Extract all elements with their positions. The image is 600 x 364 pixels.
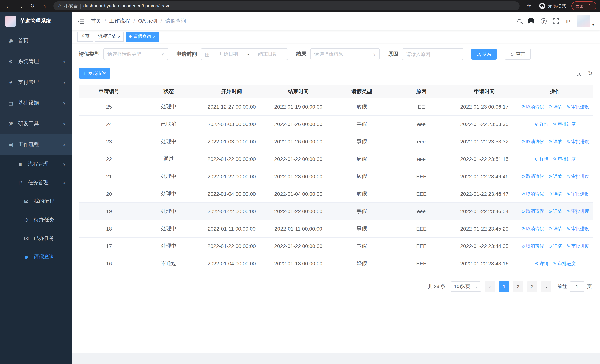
- sidebar-item-infrastructure[interactable]: ▤ 基础设施 ∨: [0, 93, 72, 113]
- cell-reason: eee: [392, 115, 451, 133]
- detail-action-link[interactable]: ⊙详情: [548, 191, 562, 197]
- browser-forward-icon[interactable]: →: [16, 1, 25, 11]
- url-divider: [80, 3, 81, 8]
- detail-action-link[interactable]: ⊙详情: [548, 104, 562, 110]
- hamburger-icon[interactable]: [77, 18, 85, 25]
- close-icon[interactable]: ×: [153, 34, 156, 39]
- cancel-action-link[interactable]: ⊘取消请假: [521, 139, 544, 145]
- address-bar[interactable]: ⚠ 不安全 dashboard.yudao.iocoder.cn/bpm/oa/…: [53, 1, 520, 10]
- cancel-action-link[interactable]: ⊘取消请假: [521, 208, 544, 215]
- table-header: 申请编号 状态 开始时间 结束时间 请假类型 原因 申请时间 操作: [79, 85, 593, 98]
- cell-status: 处理中: [139, 98, 198, 115]
- tab-home[interactable]: 首页: [77, 32, 93, 41]
- search-icon[interactable]: [517, 19, 522, 23]
- sidebar-item-task-management[interactable]: ⚐ 任务管理 ∧: [0, 173, 72, 192]
- progress-action-link[interactable]: ✎审批进度: [566, 225, 589, 232]
- sidebar-item-todo-tasks[interactable]: ⊙ 待办任务: [0, 211, 72, 229]
- sidebar-item-workflow[interactable]: ▣ 工作流程 ∧: [0, 134, 72, 155]
- breadcrumb-item-home[interactable]: 首页: [91, 18, 101, 24]
- sidebar-item-my-processes[interactable]: ✉ 我的流程: [0, 192, 72, 211]
- app-logo[interactable]: 芋道管理系统: [0, 12, 72, 30]
- cancel-action-link[interactable]: ⊘取消请假: [521, 173, 544, 180]
- cancel-action-link[interactable]: ⊘取消请假: [521, 104, 544, 110]
- help-icon[interactable]: ?: [541, 18, 547, 24]
- progress-action-link[interactable]: ✎审批进度: [566, 104, 589, 110]
- sidebar-item-dev-tools[interactable]: ⚒ 研发工具 ∨: [0, 113, 72, 134]
- detail-action-link[interactable]: ⊙详情: [548, 225, 562, 232]
- cancel-action-link[interactable]: ⊘取消请假: [521, 225, 544, 232]
- github-icon[interactable]: [528, 18, 534, 24]
- progress-action-link[interactable]: ✎审批进度: [553, 121, 576, 127]
- create-leave-button[interactable]: + 发起请假: [79, 68, 110, 79]
- browser-back-icon[interactable]: ←: [4, 1, 13, 11]
- progress-action-link[interactable]: ✎审批进度: [566, 243, 589, 249]
- bookmark-star-icon[interactable]: ☆: [524, 1, 534, 11]
- table-row: 21处理中2022-01-22 00:00:002022-01-23 00:00…: [79, 168, 593, 185]
- prev-page-button[interactable]: ‹: [485, 281, 495, 292]
- page-button-2[interactable]: 2: [513, 281, 523, 292]
- progress-action-link[interactable]: ✎审批进度: [553, 260, 576, 267]
- cancel-action-link[interactable]: ⊘取消请假: [521, 243, 544, 249]
- update-button[interactable]: 更新 ⋮: [572, 1, 596, 10]
- leave-type-select[interactable]: 请选择请假类型 ∨: [103, 48, 168, 60]
- fullscreen-icon[interactable]: [553, 18, 559, 24]
- date-range-picker[interactable]: ▦ 开始日期 - 结束日期: [201, 48, 288, 60]
- sidebar-item-system-management[interactable]: ⚙ 系统管理 ∨: [0, 51, 72, 72]
- detail-action-link[interactable]: ⊙详情: [535, 156, 548, 162]
- detail-action-link[interactable]: ⊙详情: [548, 173, 562, 180]
- column-header-applied: 申请时间: [451, 85, 518, 98]
- progress-action-link[interactable]: ✎审批进度: [566, 191, 589, 197]
- refresh-table-icon[interactable]: ↻: [588, 70, 593, 77]
- tools-icon: ⚒: [7, 121, 14, 127]
- result-select[interactable]: 请选择流结果 ∨: [310, 48, 380, 60]
- browser-reload-icon[interactable]: ↻: [28, 1, 37, 11]
- progress-action-link[interactable]: ✎审批进度: [566, 208, 589, 215]
- security-label[interactable]: 不安全: [65, 3, 78, 9]
- page-size-select[interactable]: 10条/页 ∨: [451, 281, 481, 292]
- right-toolbar: ↻: [576, 70, 593, 77]
- detail-action-link[interactable]: ⊙详情: [548, 208, 562, 215]
- cancel-action-link[interactable]: ⊘取消请假: [521, 191, 544, 197]
- cell-reason: EEE: [392, 220, 451, 237]
- detail-action-link[interactable]: ⊙详情: [535, 121, 548, 127]
- detail-icon: ⊙: [548, 191, 552, 196]
- detail-action-link[interactable]: ⊙详情: [535, 260, 548, 267]
- chevron-down-icon: ∨: [63, 122, 66, 126]
- sidebar-item-leave-query[interactable]: ☻ 请假查询: [0, 248, 72, 266]
- page-button-1[interactable]: 1: [499, 281, 509, 292]
- search-toggle-icon[interactable]: [576, 71, 580, 75]
- detail-action-link[interactable]: ⊙详情: [548, 139, 562, 145]
- goto-page-input[interactable]: [570, 281, 584, 292]
- detail-icon: ⊙: [535, 156, 538, 162]
- caret-down-icon: ▾: [592, 23, 594, 28]
- browser-menu-icon[interactable]: ⋮: [587, 3, 592, 9]
- close-icon[interactable]: ×: [118, 34, 121, 39]
- next-page-button[interactable]: ›: [541, 281, 552, 292]
- progress-action-link[interactable]: ✎审批进度: [566, 139, 589, 145]
- sidebar-item-process-management[interactable]: ≡ 流程管理 ∨: [0, 155, 72, 173]
- cell-start: 2022-01-22 00:00:00: [198, 150, 265, 168]
- tab-leave-query[interactable]: 请假查询 ×: [126, 32, 159, 41]
- detail-action-link[interactable]: ⊙详情: [548, 243, 562, 249]
- browser-home-icon[interactable]: ⌂: [39, 1, 49, 11]
- breadcrumb-item-oa-example[interactable]: OA 示例: [138, 18, 157, 24]
- reset-button[interactable]: ↻ 重置: [505, 48, 531, 60]
- sidebar-item-label: 我的流程: [34, 198, 55, 205]
- font-size-icon[interactable]: TT: [565, 18, 571, 24]
- progress-action-link[interactable]: ✎审批进度: [566, 173, 589, 180]
- sidebar-item-done-tasks[interactable]: ⋈ 已办任务: [0, 229, 72, 248]
- search-button[interactable]: 搜索: [471, 48, 497, 60]
- progress-action-link[interactable]: ✎审批进度: [553, 156, 576, 162]
- user-menu[interactable]: ▾: [577, 15, 594, 28]
- url-text[interactable]: dashboard.yudao.iocoder.cn/bpm/oa/leave: [83, 3, 515, 9]
- incognito-badge: 无痕模式: [536, 3, 569, 9]
- sidebar-item-payment-management[interactable]: ¥ 支付管理 ∨: [0, 72, 72, 93]
- breadcrumb-item-workflow[interactable]: 工作流程: [109, 18, 130, 24]
- sidebar-item-label: 已办任务: [34, 235, 55, 242]
- sidebar-item-home[interactable]: ◉ 首页: [0, 30, 72, 51]
- page-button-3[interactable]: 3: [527, 281, 537, 292]
- reason-input[interactable]: [402, 48, 463, 60]
- tab-process-detail[interactable]: 流程详情 ×: [95, 32, 124, 41]
- breadcrumb-separator: /: [160, 18, 162, 24]
- detail-icon: ⊙: [548, 104, 552, 109]
